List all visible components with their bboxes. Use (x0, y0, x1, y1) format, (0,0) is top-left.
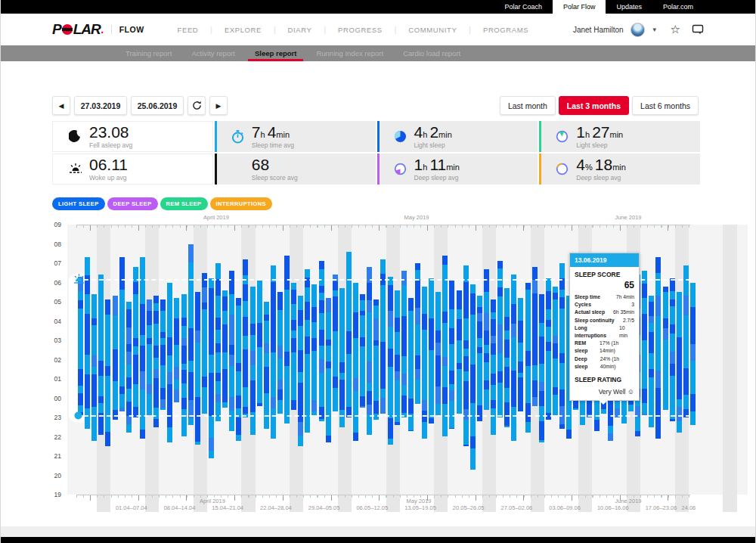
sleep-bar[interactable] (133, 267, 138, 417)
sleep-bar[interactable] (140, 257, 145, 439)
topbar-tab-polar-flow[interactable]: Polar Flow (553, 0, 606, 14)
sleep-bar[interactable] (250, 287, 256, 435)
topbar-tab-polar-coach[interactable]: Polar Coach (494, 0, 553, 14)
sleep-bar[interactable] (339, 288, 345, 427)
report-tab-cardio-load-report[interactable]: Cardio load report (393, 45, 470, 61)
sleep-bar[interactable] (113, 296, 118, 419)
sleep-bar[interactable] (367, 267, 372, 435)
sleep-bar[interactable] (642, 271, 647, 415)
sleep-bar[interactable] (380, 259, 386, 414)
sleep-bar[interactable] (264, 302, 269, 429)
refresh-button[interactable] (187, 96, 206, 115)
report-tab-running-index-report[interactable]: Running Index report (306, 45, 393, 61)
report-tab-sleep-report[interactable]: Sleep report (245, 45, 306, 61)
sleep-bar[interactable] (497, 261, 503, 417)
range-button-last-3-months[interactable]: Last 3 months (559, 96, 629, 115)
favorites-star-icon[interactable]: ☆ (671, 23, 680, 36)
sleep-bar[interactable] (683, 265, 689, 417)
next-period-button[interactable]: ▶ (209, 96, 228, 115)
legend-chip-rem-sleep[interactable]: REM SLEEP (160, 197, 208, 210)
end-date-input[interactable]: 25.06.2019 (131, 96, 184, 115)
sleep-bar[interactable] (326, 298, 331, 442)
sleep-bar[interactable] (236, 298, 241, 441)
sleep-bar[interactable] (311, 284, 317, 415)
sleep-bar[interactable] (442, 256, 448, 437)
sleep-bar[interactable] (277, 292, 283, 414)
sleep-bar[interactable] (85, 257, 90, 429)
sleep-bar[interactable] (435, 292, 441, 415)
sleep-bar[interactable] (388, 277, 393, 445)
sleep-bar[interactable] (559, 263, 565, 429)
sleep-bar[interactable] (690, 283, 696, 426)
sleep-bar[interactable] (298, 296, 303, 446)
sleep-bar[interactable] (670, 278, 675, 421)
sleep-bar[interactable] (257, 281, 262, 406)
nav-item-feed[interactable]: FEED (166, 26, 211, 34)
sleep-bar[interactable] (271, 265, 276, 439)
user-name[interactable]: Janet Hamilton (573, 26, 624, 34)
nav-item-diary[interactable]: DIARY (276, 26, 324, 34)
range-button-last-6-months[interactable]: Last 6 months (632, 96, 699, 115)
sleep-bar[interactable] (401, 271, 407, 417)
nav-item-programs[interactable]: PROGRAMS (471, 26, 541, 34)
sleep-bar[interactable] (105, 299, 110, 446)
sleep-bar[interactable] (649, 296, 654, 427)
sleep-bar[interactable] (188, 244, 194, 426)
sleep-bar[interactable] (532, 267, 538, 406)
sleep-bar[interactable] (284, 256, 290, 424)
range-button-last-month[interactable]: Last month (500, 96, 556, 115)
sleep-bar[interactable] (463, 265, 469, 447)
feedback-chat-icon[interactable] (692, 24, 704, 36)
sleep-bar[interactable] (78, 277, 83, 416)
sleep-bar[interactable] (215, 263, 221, 421)
topbar-tab-polar-com[interactable]: Polar.com (652, 0, 704, 14)
sleep-bar[interactable] (319, 261, 324, 421)
sleep-bar[interactable] (518, 298, 523, 411)
nav-item-progress[interactable]: PROGRESS (326, 26, 395, 34)
sleep-bar[interactable] (202, 273, 207, 414)
sleep-bar[interactable] (395, 290, 400, 426)
nav-item-community[interactable]: COMMUNITY (396, 26, 469, 34)
sleep-bar[interactable] (98, 275, 104, 435)
sleep-bar[interactable] (449, 281, 454, 429)
sleep-bar[interactable] (477, 296, 482, 421)
sleep-bar[interactable] (346, 252, 352, 417)
sleep-bar[interactable] (160, 299, 166, 409)
sleep-bar[interactable] (126, 302, 132, 433)
sleep-bar[interactable] (305, 269, 310, 433)
sleep-bar[interactable] (457, 290, 462, 414)
nav-item-explore[interactable]: EXPLORE (212, 26, 274, 34)
sleep-bar[interactable] (174, 298, 179, 402)
sleep-bar[interactable] (677, 292, 682, 433)
legend-chip-light-sleep[interactable]: LIGHT SLEEP (52, 197, 105, 210)
sleep-bar[interactable] (663, 287, 668, 410)
sleep-bar[interactable] (429, 278, 434, 423)
sleep-bar[interactable] (91, 294, 97, 441)
polar-logo[interactable]: PLAR. (52, 21, 104, 38)
sleep-bar[interactable] (504, 288, 510, 427)
sleep-bar[interactable] (408, 298, 414, 431)
sleep-bar[interactable] (470, 284, 476, 470)
sleep-bar[interactable] (167, 283, 172, 443)
sleep-bar[interactable] (484, 269, 489, 410)
sleep-bar[interactable] (333, 275, 338, 411)
topbar-tab-updates[interactable]: Updates (606, 0, 652, 14)
legend-chip-deep-sleep[interactable]: DEEP SLEEP (107, 197, 158, 210)
sleep-bar[interactable] (360, 294, 365, 408)
report-tab-training-report[interactable]: Training report (116, 45, 181, 61)
report-tab-activity-report[interactable]: Activity report (181, 45, 245, 61)
legend-chip-interruptions[interactable]: INTERRUPTIONS (210, 197, 272, 210)
sleep-bar[interactable] (291, 283, 296, 410)
sleep-bar[interactable] (353, 283, 358, 441)
avatar[interactable] (631, 23, 645, 37)
sleep-bar[interactable] (153, 296, 159, 427)
sleep-bar[interactable] (655, 257, 661, 439)
sleep-bar[interactable] (373, 299, 379, 419)
sleep-bar[interactable] (415, 263, 420, 404)
sleep-bar[interactable] (147, 299, 152, 415)
sleep-bar[interactable] (539, 294, 544, 442)
start-date-input[interactable]: 27.03.2019 (74, 96, 127, 115)
sleep-bar[interactable] (222, 290, 228, 408)
sleep-bar[interactable] (546, 278, 551, 419)
sleep-bar[interactable] (209, 278, 214, 458)
